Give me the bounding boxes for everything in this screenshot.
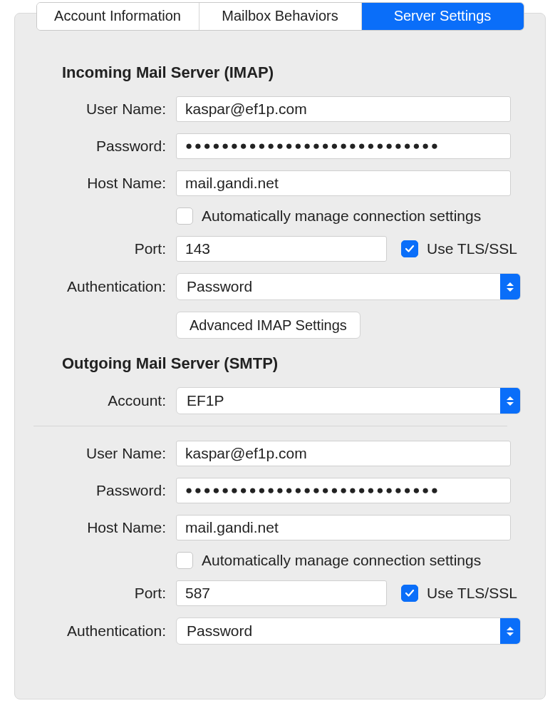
outgoing-account-select[interactable]: EF1P: [176, 387, 521, 414]
outgoing-username-label: User Name:: [33, 445, 176, 462]
tab-mailbox-behaviors[interactable]: Mailbox Behaviors: [199, 3, 362, 30]
incoming-hostname-label: Host Name:: [33, 175, 176, 192]
updown-icon: [500, 274, 520, 299]
incoming-hostname-input[interactable]: [176, 170, 511, 196]
outgoing-port-input[interactable]: [176, 580, 387, 606]
incoming-title: Incoming Mail Server (IMAP): [33, 63, 527, 82]
tabs: Account Information Mailbox Behaviors Se…: [36, 2, 524, 31]
outgoing-auth-select[interactable]: Password: [176, 617, 521, 645]
updown-icon: [500, 388, 520, 414]
settings-panel: Account Information Mailbox Behaviors Se…: [14, 13, 546, 699]
outgoing-port-label: Port:: [33, 585, 176, 602]
outgoing-tls-label: Use TLS/SSL: [427, 585, 517, 602]
outgoing-password-label: Password:: [33, 482, 176, 499]
outgoing-tls-checkbox[interactable]: [401, 585, 418, 602]
outgoing-password-input[interactable]: ●●●●●●●●●●●●●●●●●●●●●●●●●●●●: [176, 478, 511, 503]
outgoing-hostname-label: Host Name:: [33, 519, 176, 536]
incoming-port-input[interactable]: [176, 236, 387, 262]
outgoing-section: Outgoing Mail Server (SMTP) Account: EF1…: [15, 354, 545, 414]
outgoing-auto-manage-label: Automatically manage connection settings: [202, 552, 481, 569]
outgoing-account-label: Account:: [33, 392, 176, 409]
outgoing-account-value: EF1P: [177, 392, 500, 409]
tab-account-information[interactable]: Account Information: [37, 3, 199, 30]
incoming-tls-label: Use TLS/SSL: [427, 240, 517, 257]
incoming-auto-manage-checkbox[interactable]: [176, 207, 193, 225]
incoming-auth-label: Authentication:: [33, 278, 176, 295]
incoming-tls-checkbox[interactable]: [401, 240, 418, 257]
advanced-imap-button[interactable]: Advanced IMAP Settings: [176, 312, 361, 339]
outgoing-username-input[interactable]: [176, 441, 511, 466]
incoming-username-input[interactable]: [176, 96, 511, 122]
outgoing-auto-manage-checkbox[interactable]: [176, 552, 193, 569]
incoming-auth-select[interactable]: Password: [176, 273, 521, 300]
incoming-auto-manage-label: Automatically manage connection settings: [202, 207, 481, 225]
updown-icon: [500, 618, 520, 644]
incoming-username-label: User Name:: [33, 101, 176, 118]
outgoing-auth-value: Password: [177, 622, 500, 640]
incoming-port-label: Port:: [33, 240, 176, 257]
incoming-auth-value: Password: [177, 278, 500, 295]
outgoing-title: Outgoing Mail Server (SMTP): [33, 354, 527, 373]
incoming-password-input[interactable]: ●●●●●●●●●●●●●●●●●●●●●●●●●●●●: [176, 133, 511, 159]
divider: [33, 426, 507, 426]
outgoing-hostname-input[interactable]: [176, 515, 511, 540]
outgoing-auth-label: Authentication:: [33, 622, 176, 640]
incoming-password-label: Password:: [33, 138, 176, 155]
outgoing-details: User Name: Password: ●●●●●●●●●●●●●●●●●●●…: [15, 441, 545, 645]
tab-server-settings[interactable]: Server Settings: [362, 3, 524, 30]
incoming-section: Incoming Mail Server (IMAP) User Name: P…: [15, 63, 545, 339]
